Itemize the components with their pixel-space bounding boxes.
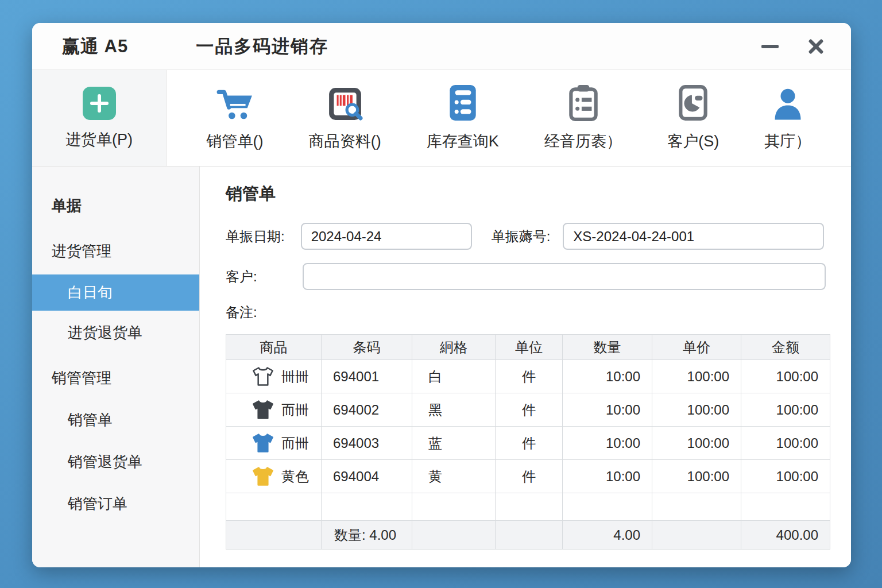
amount-cell[interactable]: 100:00: [741, 460, 830, 493]
col-header-unit: 单位: [496, 335, 563, 360]
price-cell[interactable]: 100:00: [652, 427, 741, 460]
totals-spacer: [226, 521, 322, 550]
barcode-cell[interactable]: 694001: [322, 360, 412, 393]
spec-cell[interactable]: 白: [412, 360, 496, 393]
product-cell[interactable]: 黄色: [226, 460, 322, 493]
product-cell[interactable]: 而卌: [226, 393, 322, 427]
product-cell[interactable]: [226, 493, 322, 521]
product-cell[interactable]: 而卌: [226, 427, 322, 460]
barcode-cell[interactable]: 694002: [322, 393, 412, 427]
unit-cell[interactable]: 件: [496, 460, 563, 493]
page-title: 销管单: [226, 183, 830, 206]
col-header-amount: 金额: [741, 335, 830, 360]
date-label: 单振日期:: [226, 227, 285, 246]
items-table: 商品 条码 絅格 单位 数量 单价 金额: [226, 334, 830, 550]
price-cell[interactable]: [652, 493, 741, 521]
table-row-empty[interactable]: [226, 493, 830, 521]
product-name: 而卌: [281, 434, 309, 452]
doc-number-input[interactable]: [563, 223, 824, 250]
qty-cell[interactable]: 10:00: [563, 393, 652, 427]
col-header-barcode: 条码: [322, 335, 412, 360]
table-row[interactable]: 黄色 694004 黄 件 10:00 100:00 100:00: [226, 460, 830, 493]
toolbar-label: 经音历袠）: [544, 131, 622, 152]
spec-cell[interactable]: 黑: [412, 393, 496, 427]
barcode-cell[interactable]: [322, 493, 412, 521]
minimize-button[interactable]: [760, 37, 780, 56]
toolbar-item-inventory-query[interactable]: 库存查询K: [427, 70, 499, 166]
toolbar-label: 库存查询K: [427, 131, 499, 152]
amount-cell[interactable]: 100:00: [741, 427, 830, 460]
tshirt-yellow-icon: [252, 466, 274, 486]
price-cell[interactable]: 100:00: [652, 460, 741, 493]
product-name: 而卌: [281, 401, 309, 419]
qty-cell[interactable]: 10:00: [563, 427, 652, 460]
toolbar-label: 销管单(): [207, 131, 264, 152]
sidebar-item-documents[interactable]: 单据: [32, 191, 199, 221]
toolbar-item-purchase-order[interactable]: 进货单(P): [32, 70, 167, 166]
amount-cell[interactable]: [741, 493, 830, 521]
amount-cell[interactable]: 100:00: [741, 360, 830, 393]
product-cell[interactable]: 卌卌: [226, 360, 322, 393]
toolbar-item-history[interactable]: 经音历袠）: [544, 70, 622, 166]
totals-spacer: [652, 521, 741, 550]
table-row[interactable]: 而卌 694003 蓝 件 10:00 100:00 100:00: [226, 427, 830, 460]
spec-cell[interactable]: [412, 493, 496, 521]
sidebar-item-sales-order[interactable]: 销管单: [32, 405, 199, 435]
table-header-row: 商品 条码 絅格 单位 数量 单价 金额: [226, 335, 830, 360]
sidebar-item-sales-mgmt[interactable]: 销管管理: [32, 363, 199, 393]
unit-cell[interactable]: 件: [496, 427, 563, 460]
sidebar-item-sales-return[interactable]: 销管退货单: [32, 447, 199, 477]
qty-cell[interactable]: [563, 493, 652, 521]
clipboard-icon: [568, 85, 599, 122]
amount-cell[interactable]: 100:00: [741, 393, 830, 427]
totals-qty-value: 4.00: [563, 521, 652, 550]
col-header-product: 商品: [226, 335, 322, 360]
table-totals-row: 数量: 4.00 4.00 400.00: [226, 521, 830, 550]
table-row[interactable]: 而卌 694002 黑 件 10:00 100:00 100:00: [226, 393, 830, 427]
spec-cell[interactable]: 蓝: [412, 427, 496, 460]
close-button[interactable]: [806, 37, 826, 56]
minimize-icon: [761, 45, 779, 48]
toolbar-item-customer[interactable]: 客户(S): [667, 70, 719, 166]
unit-cell[interactable]: 件: [496, 360, 563, 393]
table-row[interactable]: 卌卌 694001 白 件 10:00 100:00 100:00: [226, 360, 830, 393]
col-header-spec: 絅格: [412, 335, 496, 360]
sidebar-item-sales-po[interactable]: 销管订单: [32, 489, 199, 519]
main-content: 销管单 单振日期: 单振薅号: 客户: 备注: 商品 条: [200, 167, 851, 567]
pie-tablet-icon: [678, 85, 709, 122]
barcode-search-icon: [327, 85, 363, 122]
spec-cell[interactable]: 黄: [412, 460, 496, 493]
barcode-cell[interactable]: 694004: [322, 460, 412, 493]
totals-spacer: [412, 521, 496, 550]
totals-qty-label: 数量: 4.00: [322, 521, 412, 550]
unit-cell[interactable]: [496, 493, 563, 521]
sidebar-item-purchase-mgmt[interactable]: 进货管理: [32, 236, 199, 266]
tshirt-white-icon: [252, 366, 274, 386]
unit-cell[interactable]: 件: [496, 393, 563, 427]
price-cell[interactable]: 100:00: [652, 360, 741, 393]
qty-cell[interactable]: 10:00: [563, 460, 652, 493]
price-cell[interactable]: 100:00: [652, 393, 741, 427]
toolbar-group: 销管单() 商品资料(): [167, 70, 851, 166]
toolbar-label: 其庁）: [764, 131, 811, 152]
customer-input[interactable]: [303, 263, 826, 290]
totals-amount-value: 400.00: [741, 521, 830, 550]
qty-cell[interactable]: 10:00: [563, 360, 652, 393]
cart-icon: [216, 85, 254, 122]
toolbar-item-sales-order[interactable]: 销管单(): [207, 70, 264, 166]
date-input[interactable]: [301, 223, 472, 250]
sidebar-item-purchase-order-selected[interactable]: 白日旬: [32, 274, 199, 311]
product-name: 卌卌: [281, 368, 309, 386]
toolbar-item-product-info[interactable]: 商品资料(): [309, 70, 381, 166]
toolbar-label: 客户(S): [667, 131, 719, 152]
barcode-cell[interactable]: 694003: [322, 427, 412, 460]
person-icon: [771, 85, 805, 122]
col-header-qty: 数量: [563, 335, 652, 360]
window-title: 一品多码进销存: [196, 34, 328, 59]
toolbar-item-other[interactable]: 其庁）: [764, 70, 811, 166]
app-window: 赢通 A5 一品多码进销存 进货单(P): [32, 23, 851, 567]
product-name: 黄色: [281, 467, 309, 486]
sidebar-item-purchase-return[interactable]: 进货退货单: [32, 318, 199, 348]
totals-spacer: [496, 521, 563, 550]
remark-label: 备注:: [226, 303, 257, 322]
